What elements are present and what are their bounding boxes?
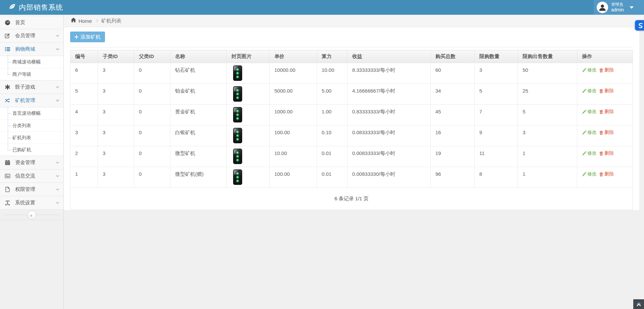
sidebar-item-messages[interactable]: 信息交流 [0, 169, 63, 183]
delete-link[interactable]: 删除 [599, 109, 614, 115]
home-icon [71, 17, 76, 24]
chevron-down-icon [56, 201, 59, 204]
miner-device-picture [233, 169, 242, 185]
miner-device-picture [233, 65, 242, 81]
sidebar-subitem-miner-list[interactable]: 矿机列表 [0, 132, 63, 144]
column-header-sub-id: 子类ID [98, 50, 134, 63]
cell-sub-id: 3 [98, 105, 134, 125]
edit-link-label: 修改 [587, 109, 597, 115]
breadcrumb-home-label: Home [78, 18, 92, 24]
table-row: 3 3 0 白银矿机 100.00 0.10 0.08333333/每小时 16… [70, 125, 633, 146]
sidebar-item-miner-management[interactable]: 矿机管理 [0, 94, 63, 107]
sidebar-item-members[interactable]: 会员管理 [0, 29, 63, 43]
chevron-down-icon [56, 47, 59, 50]
chevron-down-icon [56, 85, 59, 88]
edit-link[interactable]: 修改 [582, 109, 597, 115]
cell-parent-id: 0 [134, 125, 170, 146]
sidebar-item-label: 系统设置 [15, 200, 35, 206]
cell-parent-id: 0 [134, 84, 170, 105]
sidebar-item-funds[interactable]: 资金管理 [0, 156, 63, 169]
asterisk-icon [5, 84, 15, 90]
sidebar-item-mall[interactable]: 购物商城 [0, 43, 63, 56]
chevron-right-icon [95, 19, 98, 22]
cell-cover-image [227, 146, 270, 167]
edit-link[interactable]: 修改 [582, 130, 597, 136]
shuffle-icon [5, 98, 15, 103]
edit-link[interactable]: 修改 [582, 171, 597, 177]
cell-price: 10.00 [270, 146, 317, 167]
sidebar-subitem-purchased-miners[interactable]: 已购矿机 [0, 144, 63, 156]
sidebar-subitem-label: 商户等级 [12, 71, 31, 78]
edit-link[interactable]: 修改 [582, 67, 597, 73]
chevrons-up-icon [636, 302, 641, 307]
user-menu[interactable]: 管理员 admin [594, 0, 644, 15]
cell-id: 4 [70, 105, 98, 125]
miner-device-picture [233, 149, 242, 164]
delete-link-label: 删除 [604, 109, 614, 115]
sidebar-item-home[interactable]: 首页 [0, 16, 63, 29]
delete-link-label: 删除 [604, 88, 614, 94]
cell-limit-sale: 3 [518, 125, 577, 146]
dashboard-icon [5, 20, 15, 25]
brand: 内部销售系统 [0, 0, 644, 15]
leaf-icon [8, 3, 16, 12]
chevron-down-icon [630, 6, 634, 9]
edit-link[interactable]: 修改 [582, 88, 597, 94]
edit-link[interactable]: 修改 [582, 150, 597, 156]
sidebar-item-permissions[interactable]: 权限管理 [0, 183, 63, 196]
delete-link[interactable]: 删除 [599, 150, 614, 156]
add-miner-button[interactable]: 添加矿机 [70, 32, 105, 42]
cell-id: 6 [70, 63, 98, 84]
back-to-top-button[interactable] [633, 299, 644, 309]
cell-profit: 8.33333333/每小时 [347, 63, 431, 84]
floating-settings-badge[interactable] [635, 20, 644, 31]
sidebar-item-label: 购物商城 [15, 46, 35, 52]
sidebar-item-settings[interactable]: 系统设置 [0, 196, 63, 210]
settings-badge-icon [638, 22, 644, 29]
sidebar-collapse-row [0, 210, 63, 220]
miner-image [231, 65, 244, 81]
sidebar-subitem-home-banner[interactable]: 首页滚动横幅 [0, 107, 63, 119]
cell-total-buy: 45 [431, 105, 475, 125]
sidebar-subitem-mall-banner[interactable]: 商城滚动横幅 [0, 56, 63, 68]
sidebar-item-label: 权限管理 [15, 186, 35, 193]
miner-image [231, 107, 244, 123]
text-width-icon [5, 200, 15, 206]
cell-actions: 修改 删除 [577, 105, 633, 125]
miner-table-body: 6 3 0 钻石矿机 10000.00 10.00 8.33333333/每小时… [70, 63, 633, 188]
chevrons-left-icon [31, 212, 33, 218]
cell-id: 5 [70, 84, 98, 105]
cell-sub-id: 3 [98, 125, 134, 146]
chevron-down-icon [56, 34, 59, 37]
sidebar-subitem-label: 已购矿机 [12, 147, 31, 153]
edit-icon [5, 33, 15, 39]
cell-limit-sale: 50 [518, 63, 577, 84]
cell-total-buy: 60 [431, 63, 475, 84]
breadcrumb-home-link[interactable]: Home [71, 17, 92, 24]
delete-link[interactable]: 删除 [599, 67, 614, 73]
column-header-profit: 收益 [347, 50, 431, 63]
cell-name: 钻石矿机 [170, 63, 227, 84]
sidebar-item-dice-game[interactable]: 骰子游戏 [0, 81, 63, 94]
cell-profit: 0.08333333/每小时 [347, 125, 431, 146]
sidebar-collapse-button[interactable] [28, 211, 36, 219]
sidebar-submenu-miner: 首页滚动横幅 分类列表 矿机列表 已购矿机 [0, 107, 63, 156]
column-header-power: 算力 [317, 50, 347, 63]
delete-link[interactable]: 删除 [599, 171, 614, 177]
sidebar-subitem-merchant-level[interactable]: 商户等级 [0, 68, 63, 80]
chevron-down-icon [56, 174, 59, 177]
delete-link[interactable]: 删除 [599, 130, 614, 136]
delete-link-label: 删除 [604, 67, 614, 73]
miner-table: 编号 子类ID 父类ID 名称 封页图片 单价 算力 收益 购买总数 限购数量 … [70, 50, 633, 210]
delete-link-label: 删除 [604, 171, 614, 177]
cell-actions: 修改 删除 [577, 146, 633, 167]
cell-cover-image [227, 63, 270, 84]
sidebar-item-label: 骰子游戏 [15, 84, 35, 90]
table-footer-row: 6 条记录 1/1 页 [70, 188, 633, 210]
sidebar-subitem-category-list[interactable]: 分类列表 [0, 119, 63, 132]
delete-link[interactable]: 删除 [599, 88, 614, 94]
cell-profit: 0.83333333/每小时 [347, 105, 431, 125]
cell-sub-id: 3 [98, 167, 134, 188]
sidebar: 首页 会员管理 购物商城 商城滚动横幅 商户等级 [0, 15, 64, 309]
cell-power: 0.01 [317, 167, 347, 188]
